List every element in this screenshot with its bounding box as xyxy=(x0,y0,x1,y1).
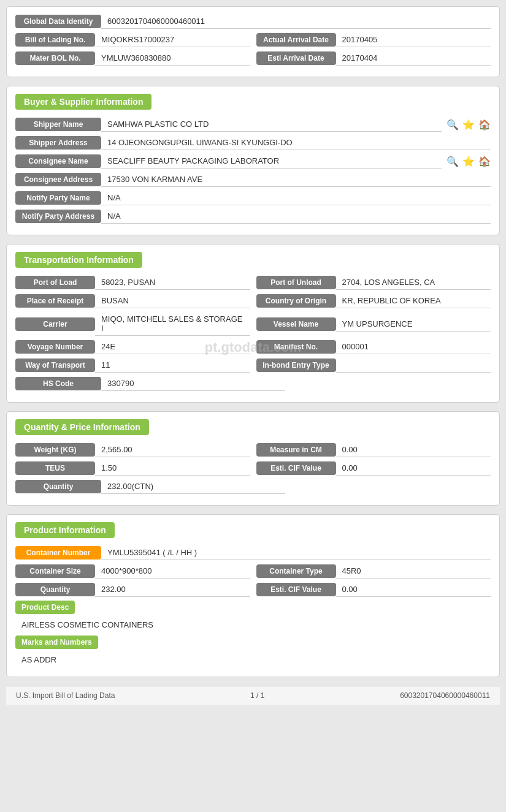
country-of-origin-value: KR, REPUBLIC OF KOREA xyxy=(336,294,491,308)
home-icon[interactable]: 🏠 xyxy=(478,119,491,131)
master-bol-label: Mater BOL No. xyxy=(15,51,95,65)
global-data-identity-value: 6003201704060000460011 xyxy=(101,14,491,29)
product-desc-section: Product Desc AIRLESS COSMETIC CONTAINERS xyxy=(15,601,491,632)
container-size-type-row: Container Size 4000*900*800 Container Ty… xyxy=(15,564,491,579)
product-quantity-label: Quantity xyxy=(15,583,95,596)
voyage-number-value: 24E xyxy=(95,340,250,354)
manifest-no-label: Manifest No. xyxy=(256,340,336,354)
esti-cif-value-value: 0.00 xyxy=(336,461,491,476)
actual-arrival-date-label: Actual Arrival Date xyxy=(256,33,336,47)
place-of-receipt-col: Place of Receipt BUSAN xyxy=(15,294,250,308)
container-number-row: Container Number YMLU5395041 ( /L / HH ) xyxy=(15,545,491,560)
bill-of-lading-label: Bill of Lading No. xyxy=(15,33,95,47)
notify-party-address-row: Notify Party Address N/A xyxy=(15,209,491,224)
consignee-star-icon[interactable]: ⭐ xyxy=(462,156,475,167)
esti-arrival-date-value: 20170404 xyxy=(336,51,491,66)
consignee-home-icon[interactable]: 🏠 xyxy=(478,156,491,167)
consignee-icons: 🔍 ⭐ 🏠 xyxy=(447,156,491,167)
measure-in-cm-value: 0.00 xyxy=(336,442,491,457)
country-of-origin-label: Country of Origin xyxy=(256,294,336,308)
marks-and-numbers-value: AS ADDR xyxy=(15,653,491,667)
shipper-name-row: Shipper Name SAMHWA PLASTIC CO LTD 🔍 ⭐ 🏠 xyxy=(15,117,491,132)
notify-party-address-value: N/A xyxy=(101,209,491,224)
voyage-number-col: Voyage Number 24E xyxy=(15,340,250,354)
way-of-transport-value: 11 xyxy=(95,358,250,373)
product-qty-cif-row: Quantity 232.00 Esti. CIF Value 0.00 xyxy=(15,582,491,597)
container-number-value: YMLU5395041 ( /L / HH ) xyxy=(101,545,491,560)
quantity-label: Quantity xyxy=(15,480,101,493)
notify-party-name-value: N/A xyxy=(101,191,491,205)
teus-col: TEUS 1.50 xyxy=(15,461,250,476)
way-of-transport-col: Way of Transport 11 xyxy=(15,358,250,373)
hs-code-row: HS Code 330790 xyxy=(15,376,491,391)
vessel-name-col: Vessel Name YM UPSURGENCE xyxy=(256,312,491,336)
footer-bar: U.S. Import Bill of Lading Data 1 / 1 60… xyxy=(6,686,500,705)
star-icon[interactable]: ⭐ xyxy=(462,119,475,131)
buyer-supplier-card: Buyer & Supplier Information Shipper Nam… xyxy=(6,86,500,235)
shipper-address-row: Shipper Address 14 OJEONGONGUPGIL UIWANG… xyxy=(15,135,491,150)
way-of-transport-label: Way of Transport xyxy=(15,359,95,372)
quantity-value: 232.00(CTN) xyxy=(101,479,285,494)
notify-party-address-label: Notify Party Address xyxy=(15,210,101,223)
notify-party-name-row: Notify Party Name N/A xyxy=(15,191,491,205)
in-bond-entry-type-value xyxy=(336,358,491,373)
product-esti-cif-col: Esti. CIF Value 0.00 xyxy=(256,582,491,597)
quantity-row: Quantity 232.00(CTN) xyxy=(15,479,491,494)
voyage-number-label: Voyage Number xyxy=(15,340,95,354)
product-card: Product Information Container Number YML… xyxy=(6,514,500,677)
port-of-unload-col: Port of Unload 2704, LOS ANGELES, CA xyxy=(256,275,491,290)
quantity-price-card: Quantity & Price Information Weight (KG)… xyxy=(6,411,500,506)
vessel-name-label: Vessel Name xyxy=(256,317,336,331)
esti-cif-value-label: Esti. CIF Value xyxy=(256,461,336,475)
container-type-col: Container Type 45R0 xyxy=(256,564,491,579)
master-bol-col: Mater BOL No. YMLUW360830880 xyxy=(15,51,250,66)
consignee-address-label: Consignee Address xyxy=(15,173,101,186)
esti-cif-col: Esti. CIF Value 0.00 xyxy=(256,461,491,476)
master-bol-row: Mater BOL No. YMLUW360830880 Esti Arriva… xyxy=(15,51,491,66)
vessel-name-value: YM UPSURGENCE xyxy=(336,317,491,332)
footer-center: 1 / 1 xyxy=(250,691,264,700)
manifest-no-value: 000001 xyxy=(336,340,491,354)
port-of-load-label: Port of Load xyxy=(15,276,95,289)
carrier-vessel-row: Carrier MIQO, MITCHELL SALES & STORAGE I… xyxy=(15,312,491,336)
consignee-name-row: Consignee Name SEACLIFF BEAUTY PACKAGING… xyxy=(15,154,491,169)
footer-right: 6003201704060000460011 xyxy=(400,691,490,700)
consignee-address-row: Consignee Address 17530 VON KARMAN AVE xyxy=(15,172,491,187)
product-desc-value: AIRLESS COSMETIC CONTAINERS xyxy=(15,618,491,632)
shipper-address-label: Shipper Address xyxy=(15,136,101,150)
container-size-label: Container Size xyxy=(15,564,95,578)
product-header: Product Information xyxy=(15,522,115,538)
transportation-header: Transportation Information xyxy=(15,252,142,268)
bol-row: Bill of Lading No. MIQOKRS17000237 Actua… xyxy=(15,32,491,47)
global-data-identity-label: Global Data Identity xyxy=(15,15,101,28)
transportation-card: Transportation Information Port of Load … xyxy=(6,244,500,403)
container-number-label: Container Number xyxy=(15,546,101,560)
esti-arrival-date-label: Esti Arrival Date xyxy=(256,51,336,65)
country-of-origin-col: Country of Origin KR, REPUBLIC OF KOREA xyxy=(256,294,491,308)
search-icon[interactable]: 🔍 xyxy=(447,119,459,131)
in-bond-entry-type-col: In-bond Entry Type xyxy=(256,358,491,373)
container-type-label: Container Type xyxy=(256,564,336,578)
place-of-receipt-label: Place of Receipt xyxy=(15,294,95,308)
bill-of-lading-value: MIQOKRS17000237 xyxy=(95,32,250,47)
container-size-value: 4000*900*800 xyxy=(95,564,250,579)
shipper-icons: 🔍 ⭐ 🏠 xyxy=(447,119,491,131)
in-bond-entry-type-label: In-bond Entry Type xyxy=(256,359,336,372)
hs-code-value: 330790 xyxy=(101,376,285,391)
actual-arrival-date-value: 20170405 xyxy=(336,32,491,47)
shipper-name-label: Shipper Name xyxy=(15,118,101,131)
port-of-load-value: 58023, PUSAN xyxy=(95,275,250,290)
consignee-name-value: SEACLIFF BEAUTY PACKAGING LABORATOR xyxy=(101,154,442,169)
esti-arrival-col: Esti Arrival Date 20170404 xyxy=(256,51,491,66)
weight-kg-value: 2,565.00 xyxy=(95,442,250,457)
consignee-search-icon[interactable]: 🔍 xyxy=(447,156,459,167)
product-desc-label: Product Desc xyxy=(15,601,75,614)
product-quantity-value: 232.00 xyxy=(95,582,250,597)
transport-inbond-row: Way of Transport 11 In-bond Entry Type xyxy=(15,358,491,373)
marks-and-numbers-label: Marks and Numbers xyxy=(15,636,98,649)
container-size-col: Container Size 4000*900*800 xyxy=(15,564,250,579)
marks-numbers-section: Marks and Numbers AS ADDR xyxy=(15,636,491,667)
weight-measure-row: Weight (KG) 2,565.00 Measure in CM 0.00 xyxy=(15,442,491,457)
page-wrapper: Global Data Identity 6003201704060000460… xyxy=(0,0,506,812)
global-data-row: Global Data Identity 6003201704060000460… xyxy=(15,14,491,29)
